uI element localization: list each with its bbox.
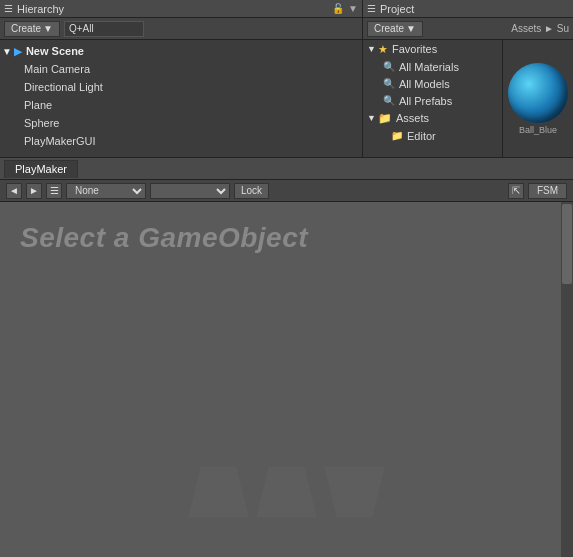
playmaker-forward-button[interactable]: ► [26, 183, 42, 199]
project-content: ▼ ★ Favorites 🔍 All Materials 🔍 All Mode… [363, 40, 573, 157]
playmaker-scrollbar[interactable] [561, 202, 573, 557]
hierarchy-item-label: Sphere [24, 117, 59, 129]
ball-preview-label: Ball_Blue [519, 125, 557, 135]
assets-folder-icon: 📁 [378, 112, 392, 125]
hierarchy-item-plane[interactable]: Plane [0, 96, 362, 114]
playmaker-fsm-dropdown[interactable] [150, 183, 230, 199]
project-title: Project [380, 3, 569, 15]
project-breadcrumb: Assets ► Su [511, 23, 569, 34]
menu-icon: ☰ [50, 185, 59, 196]
assets-label: Assets [396, 112, 429, 124]
playmaker-panel: PlayMaker ◄ ► ☰ None Lock ⇱ FSM [0, 157, 573, 557]
playmaker-menu-button[interactable]: ☰ [46, 183, 62, 199]
playmaker-tab[interactable]: PlayMaker [4, 160, 78, 178]
project-all-prefabs-item[interactable]: 🔍 All Prefabs [363, 92, 502, 109]
project-toolbar: Create ▼ Assets ► Su [363, 18, 573, 40]
fsm-label: FSM [537, 185, 558, 196]
playmaker-gameobject-dropdown[interactable]: None [66, 183, 146, 199]
playmaker-fsm-button[interactable]: FSM [528, 183, 567, 199]
project-create-button[interactable]: Create ▼ [367, 21, 423, 37]
project-panel: ☰ Project Create ▼ Assets ► Su ▼ ★ Favor… [363, 0, 573, 157]
hierarchy-scene-item[interactable]: ▼ ▶ New Scene [0, 42, 362, 60]
hierarchy-title: Hierarchy [17, 3, 328, 15]
playmaker-watermark [189, 467, 385, 517]
forward-icon: ► [29, 185, 39, 196]
favorites-star-icon: ★ [378, 43, 388, 56]
hierarchy-toolbar: Create ▼ [0, 18, 362, 40]
hierarchy-panel: ☰ Hierarchy 🔓 ▼ Create ▼ ▼ ▶ New Scene M… [0, 0, 363, 157]
project-assets-header[interactable]: ▼ 📁 Assets [363, 109, 502, 127]
playmaker-fit-button[interactable]: ⇱ [508, 183, 524, 199]
hierarchy-scene-name: New Scene [26, 45, 84, 57]
project-preview-area: Ball_Blue [503, 40, 573, 157]
playmaker-canvas: Select a GameObject [0, 202, 573, 557]
hierarchy-icon: ☰ [4, 3, 13, 14]
hierarchy-item-label: PlayMakerGUI [24, 135, 96, 147]
hierarchy-item-label: Main Camera [24, 63, 90, 75]
hierarchy-item-directional-light[interactable]: Directional Light [0, 78, 362, 96]
magnify-icon: 🔍 [383, 78, 395, 89]
project-editor-item[interactable]: 📁 Editor [363, 127, 502, 144]
assets-subitem-label: Editor [407, 130, 436, 142]
hierarchy-item-main-camera[interactable]: Main Camera [0, 60, 362, 78]
select-gameobject-text: Select a GameObject [20, 222, 308, 254]
project-all-materials-item[interactable]: 🔍 All Materials [363, 58, 502, 75]
favorites-item-label: All Materials [399, 61, 459, 73]
project-icon: ☰ [367, 3, 376, 14]
editor-folder-icon: 📁 [391, 130, 403, 141]
favorites-label: Favorites [392, 43, 437, 55]
playmaker-back-button[interactable]: ◄ [6, 183, 22, 199]
hierarchy-item-sphere[interactable]: Sphere [0, 114, 362, 132]
playmaker-canvas-area[interactable]: Select a GameObject [0, 202, 573, 557]
hierarchy-search-input[interactable] [64, 21, 144, 37]
hierarchy-items-list: ▼ ▶ New Scene Main Camera Directional Li… [0, 40, 362, 157]
fit-icon: ⇱ [512, 185, 520, 196]
magnify-icon: 🔍 [383, 61, 395, 72]
hierarchy-item-label: Directional Light [24, 81, 103, 93]
hierarchy-item-label: Plane [24, 99, 52, 111]
hierarchy-titlebar: ☰ Hierarchy 🔓 ▼ [0, 0, 362, 18]
hierarchy-lock-icon[interactable]: 🔓 [332, 3, 344, 14]
favorites-item-label: All Prefabs [399, 95, 452, 107]
favorites-item-label: All Models [399, 78, 450, 90]
playmaker-titlebar: PlayMaker [0, 158, 573, 180]
project-titlebar: ☰ Project [363, 0, 573, 18]
back-icon: ◄ [9, 185, 19, 196]
project-favorites-header[interactable]: ▼ ★ Favorites [363, 40, 502, 58]
scrollbar-thumb[interactable] [562, 204, 572, 284]
magnify-icon: 🔍 [383, 95, 395, 106]
playmaker-lock-button[interactable]: Lock [234, 183, 269, 199]
project-tree: ▼ ★ Favorites 🔍 All Materials 🔍 All Mode… [363, 40, 503, 157]
hierarchy-menu-icon[interactable]: ▼ [348, 3, 358, 14]
hierarchy-create-button[interactable]: Create ▼ [4, 21, 60, 37]
playmaker-tab-label: PlayMaker [15, 163, 67, 175]
ball-preview-image [508, 63, 568, 123]
hierarchy-item-playmaker-gui[interactable]: PlayMakerGUI [0, 132, 362, 150]
lock-label: Lock [241, 185, 262, 196]
project-all-models-item[interactable]: 🔍 All Models [363, 75, 502, 92]
playmaker-toolbar: ◄ ► ☰ None Lock ⇱ FSM [0, 180, 573, 202]
